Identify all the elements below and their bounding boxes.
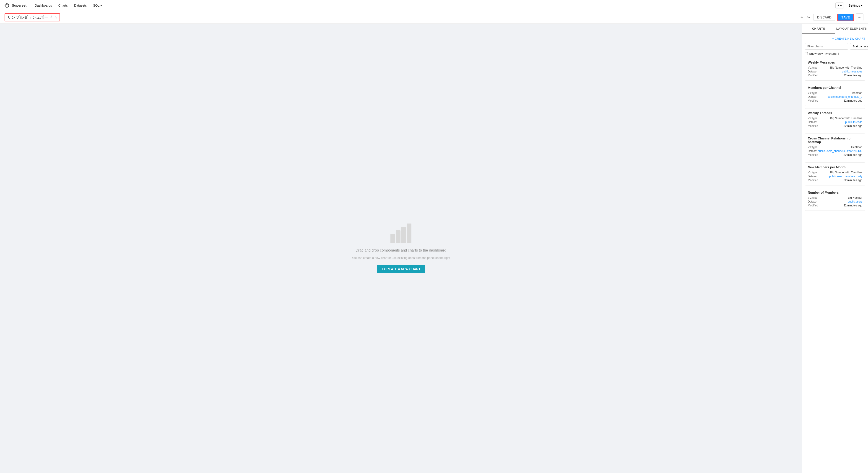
filter-charts-input[interactable] bbox=[805, 43, 848, 50]
chart-name: Weekly Threads bbox=[808, 111, 862, 115]
nav-links: Dashboards Charts Datasets SQL ▾ bbox=[32, 2, 830, 9]
chart-meta: Viz type Big Number with Trendline Datas… bbox=[808, 117, 862, 128]
info-icon[interactable]: ℹ bbox=[838, 52, 839, 55]
main-layout: Drag and drop components and charts to t… bbox=[0, 24, 868, 473]
chart-meta: Viz type Heatmap Dataset public.users_ch… bbox=[808, 145, 862, 157]
redo-button[interactable]: ↪ bbox=[806, 14, 811, 21]
bar3 bbox=[401, 227, 406, 243]
nav-dashboards[interactable]: Dashboards bbox=[32, 2, 55, 9]
dashboard-canvas: Drag and drop components and charts to t… bbox=[0, 24, 802, 473]
star-icon[interactable]: ☆ bbox=[54, 15, 57, 19]
chart-card-weekly-threads[interactable]: Weekly Threads Viz type Big Number with … bbox=[805, 108, 865, 131]
nav-sql[interactable]: SQL ▾ bbox=[90, 2, 104, 9]
toolbar-right: ↩ ↪ DISCARD SAVE ⋯ bbox=[799, 13, 863, 21]
undo-redo-group: ↩ ↪ bbox=[799, 14, 811, 21]
nav-right: + ▾ Settings ▾ bbox=[835, 2, 864, 8]
modified-row: Modified 32 minutes ago bbox=[808, 204, 862, 207]
modified-row: Modified 32 minutes ago bbox=[808, 74, 862, 77]
chart-meta: Viz type Big Number with Trendline Datas… bbox=[808, 171, 862, 182]
bar1 bbox=[391, 234, 395, 243]
chart-card-cross-channel-heatmap[interactable]: Cross Channel Relationship heatmap Viz t… bbox=[805, 134, 865, 160]
filter-row: Sort by recent Sort by name Sort by viz … bbox=[805, 43, 865, 50]
viz-type-row: Viz type Big Number with Trendline bbox=[808, 171, 862, 174]
bar4 bbox=[407, 224, 411, 243]
panel-content: + CREATE NEW CHART Sort by recent Sort b… bbox=[802, 34, 868, 473]
nav-datasets[interactable]: Datasets bbox=[71, 2, 89, 9]
dataset-row: Dataset public.messages bbox=[808, 70, 862, 73]
undo-button[interactable]: ↩ bbox=[799, 14, 805, 21]
modified-row: Modified 32 minutes ago bbox=[808, 125, 862, 128]
viz-type-row: Viz type Big Number bbox=[808, 196, 862, 199]
save-button[interactable]: SAVE bbox=[837, 14, 854, 21]
chart-card-members-per-channel[interactable]: Members per Channel Viz type Treemap Dat… bbox=[805, 83, 865, 106]
chart-meta: Viz type Big Number with Trendline Datas… bbox=[808, 66, 862, 77]
dataset-row: Dataset public.users_channels-uzooNNtSRO bbox=[808, 149, 862, 153]
brand-logo: Superset bbox=[4, 3, 27, 8]
chart-card-weekly-messages[interactable]: Weekly Messages Viz type Big Number with… bbox=[805, 58, 865, 81]
navbar: Superset Dashboards Charts Datasets SQL … bbox=[0, 0, 868, 11]
dashboard-title[interactable]: サンプルダッシュボード bbox=[7, 14, 53, 20]
tab-charts[interactable]: CHARTS bbox=[802, 24, 835, 34]
canvas-create-chart-button[interactable]: + CREATE A NEW CHART bbox=[377, 265, 425, 273]
chart-card-new-members-per-month[interactable]: New Members per Month Viz type Big Numbe… bbox=[805, 163, 865, 185]
chart-meta: Viz type Treemap Dataset public.members_… bbox=[808, 91, 862, 102]
toolbar: サンプルダッシュボード ☆ ↩ ↪ DISCARD SAVE ⋯ bbox=[0, 11, 868, 24]
right-panel: CHARTS LAYOUT ELEMENTS + CREATE NEW CHAR… bbox=[802, 24, 868, 473]
nav-plus-button[interactable]: + ▾ bbox=[835, 2, 844, 8]
nav-settings-button[interactable]: Settings ▾ bbox=[846, 3, 864, 8]
more-options-button[interactable]: ⋯ bbox=[856, 13, 863, 21]
chart-name: Number of Members bbox=[808, 191, 862, 194]
empty-state-icon bbox=[391, 224, 411, 243]
chart-name: Weekly Messages bbox=[808, 61, 862, 64]
dataset-row: Dataset public.threads bbox=[808, 121, 862, 124]
dataset-row: Dataset public.members_channels_2 bbox=[808, 95, 862, 98]
chart-card-number-of-members[interactable]: Number of Members Viz type Big Number Da… bbox=[805, 188, 865, 211]
dataset-row: Dataset public.users bbox=[808, 200, 862, 203]
show-only-my-charts-checkbox[interactable] bbox=[805, 52, 808, 55]
create-new-chart-link[interactable]: + CREATE NEW CHART bbox=[805, 37, 865, 40]
dataset-row: Dataset public.new_members_daily bbox=[808, 175, 862, 178]
viz-type-row: Viz type Big Number with Trendline bbox=[808, 117, 862, 120]
nav-charts[interactable]: Charts bbox=[56, 2, 70, 9]
chart-name: New Members per Month bbox=[808, 165, 862, 169]
viz-type-row: Viz type Treemap bbox=[808, 91, 862, 95]
empty-state-sub-text: You can create a new chart or use existi… bbox=[352, 256, 450, 260]
empty-state-main-text: Drag and drop components and charts to t… bbox=[355, 248, 446, 252]
dashboard-title-container: サンプルダッシュボード ☆ bbox=[5, 13, 60, 22]
sort-select[interactable]: Sort by recent Sort by name Sort by viz … bbox=[850, 43, 868, 50]
bar2 bbox=[396, 230, 401, 243]
chart-meta: Viz type Big Number Dataset public.users… bbox=[808, 196, 862, 207]
tab-layout-elements[interactable]: LAYOUT ELEMENTS bbox=[835, 24, 868, 34]
brand-name: Superset bbox=[12, 3, 27, 7]
viz-type-row: Viz type Big Number with Trendline bbox=[808, 66, 862, 69]
panel-tabs: CHARTS LAYOUT ELEMENTS bbox=[802, 24, 868, 34]
modified-row: Modified 32 minutes ago bbox=[808, 99, 862, 102]
viz-type-row: Viz type Heatmap bbox=[808, 145, 862, 149]
chart-name: Cross Channel Relationship heatmap bbox=[808, 136, 862, 144]
modified-row: Modified 32 minutes ago bbox=[808, 179, 862, 182]
discard-button[interactable]: DISCARD bbox=[813, 14, 835, 21]
show-only-label: Show only my charts bbox=[809, 52, 837, 55]
chart-name: Members per Channel bbox=[808, 86, 862, 90]
show-only-row: Show only my charts ℹ bbox=[805, 52, 865, 55]
modified-row: Modified 32 minutes ago bbox=[808, 153, 862, 157]
